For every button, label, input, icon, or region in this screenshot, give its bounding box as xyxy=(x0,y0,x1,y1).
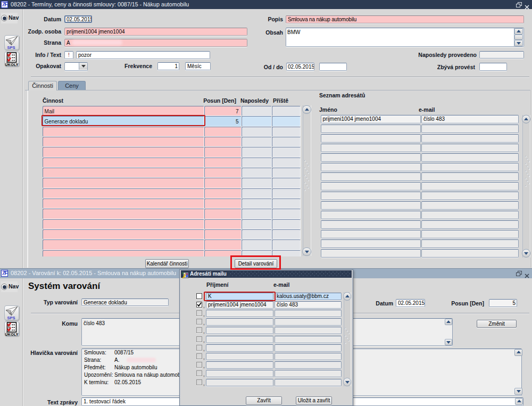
svg-text:SPS: SPS xyxy=(7,316,15,320)
svg-text:ÚKOLY: ÚKOLY xyxy=(5,332,19,336)
